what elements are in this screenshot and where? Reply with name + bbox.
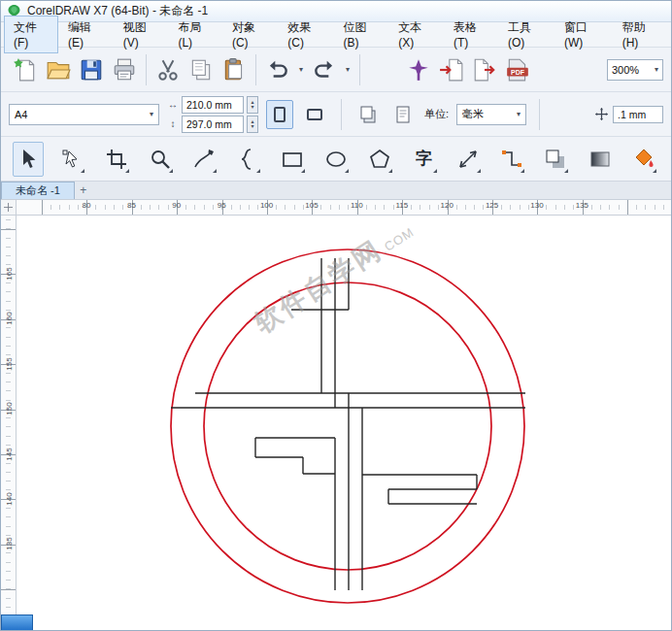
- ruler-row: 80859095100105110115120125130135: [1, 200, 671, 216]
- redo-icon: [312, 57, 337, 83]
- open-button[interactable]: [42, 52, 75, 87]
- menu-table[interactable]: 表格(T): [444, 16, 498, 53]
- h-ruler-number: 135: [576, 201, 588, 210]
- portrait-icon: [274, 107, 286, 122]
- toolbar-separator: [255, 54, 256, 85]
- ellipse-tool[interactable]: [320, 142, 352, 177]
- menu-object[interactable]: 对象(C): [222, 16, 278, 53]
- dimension-tool[interactable]: [453, 142, 484, 177]
- fill-tool-icon: [632, 148, 655, 171]
- units-label: 单位:: [424, 107, 449, 121]
- menu-view[interactable]: 视图(V): [114, 16, 169, 53]
- zoom-tool[interactable]: [145, 142, 176, 177]
- text-tool[interactable]: 字: [409, 142, 440, 177]
- import-button[interactable]: [435, 52, 468, 87]
- h-ruler-number: 80: [83, 201, 91, 210]
- paste-button[interactable]: [218, 52, 251, 87]
- h-ruler-number: 90: [172, 201, 181, 210]
- page-height-input[interactable]: 297.0 mm: [182, 116, 244, 133]
- publish-pdf-button[interactable]: PDF: [501, 52, 534, 87]
- portrait-button[interactable]: [266, 100, 293, 129]
- logo-circle[interactable]: [171, 249, 524, 603]
- all-pages-button[interactable]: [354, 100, 382, 129]
- paste-icon: [221, 57, 247, 83]
- nudge-distance-input[interactable]: .1 mm: [613, 106, 663, 123]
- nudge-offset-icon: [594, 107, 609, 121]
- redo-button[interactable]: [308, 52, 341, 87]
- nudge-control: .1 mm: [594, 106, 663, 123]
- crop-tool[interactable]: [101, 142, 132, 177]
- menu-bitmaps[interactable]: 位图(B): [334, 16, 389, 53]
- polygon-tool[interactable]: [364, 142, 395, 177]
- transparency-tool[interactable]: [585, 142, 616, 177]
- page-dimensions: ↔ 210.0 mm ▴ ▾ ↕ 297.0 mm ▴ ▾: [167, 96, 258, 133]
- document-tab[interactable]: 未命名 -1: [1, 182, 75, 199]
- paper-size-select[interactable]: A4 ▾: [9, 104, 159, 125]
- print-button[interactable]: [108, 52, 141, 87]
- vertical-ruler[interactable]: 165160155150145140135: [1, 216, 17, 614]
- freehand-tool[interactable]: [188, 142, 219, 177]
- h-ruler-number: 120: [441, 201, 454, 210]
- pick-tool[interactable]: [13, 142, 44, 177]
- propbar-separator: [539, 99, 540, 130]
- save-button[interactable]: [75, 52, 108, 87]
- h-ruler-number: 115: [395, 201, 408, 210]
- horizontal-ruler[interactable]: 80859095100105110115120125130135: [17, 200, 671, 216]
- rectangle-tool[interactable]: [277, 142, 308, 177]
- menu-window[interactable]: 窗口(W): [554, 16, 613, 53]
- welcome-screen-button[interactable]: [402, 52, 435, 87]
- toolbox: 字: [1, 137, 671, 182]
- page-height-spinner[interactable]: ▴ ▾: [247, 116, 258, 133]
- page-width-value: 210.0 mm: [186, 99, 232, 111]
- crop-tool-icon: [105, 148, 128, 171]
- open-folder-icon: [46, 57, 71, 83]
- cut-icon: [155, 57, 181, 83]
- logo-circle[interactable]: [204, 282, 491, 570]
- landscape-button[interactable]: [301, 100, 328, 129]
- units-value: 毫米: [462, 107, 484, 121]
- export-button[interactable]: [468, 52, 501, 87]
- smart-drawing-tool[interactable]: [232, 142, 263, 177]
- pick-tool-icon: [17, 148, 40, 171]
- drawing-canvas[interactable]: 软件自学网.COM: [17, 216, 671, 614]
- export-icon: [472, 57, 497, 83]
- landscape-icon: [307, 109, 322, 120]
- units-select[interactable]: 毫米 ▾: [456, 104, 526, 125]
- shape-tool-icon: [60, 148, 84, 171]
- menu-effects[interactable]: 效果(C): [278, 16, 333, 53]
- chevron-down-icon: ▾: [346, 66, 350, 74]
- current-page-button[interactable]: [389, 100, 417, 129]
- menu-tools[interactable]: 工具(O): [498, 16, 554, 53]
- all-pages-icon: [358, 105, 378, 124]
- page-width-input[interactable]: 210.0 mm: [182, 96, 244, 114]
- menu-file[interactable]: 文件(F): [4, 16, 58, 53]
- redo-dropdown[interactable]: ▾: [341, 52, 354, 87]
- smart-drawing-icon: [236, 148, 259, 171]
- menu-edit[interactable]: 编辑(E): [58, 16, 114, 53]
- new-tab-button[interactable]: +: [75, 182, 92, 199]
- connector-tool[interactable]: [496, 142, 527, 177]
- shape-tool[interactable]: [56, 142, 87, 177]
- propbar-separator: [341, 99, 342, 130]
- chevron-down-icon: ▾: [655, 66, 658, 74]
- menu-text[interactable]: 文本(X): [388, 16, 444, 53]
- zoom-tool-icon: [149, 148, 172, 171]
- interactive-fill-tool[interactable]: [628, 142, 659, 177]
- v-ruler-number: 165: [5, 267, 14, 280]
- new-document-button[interactable]: [9, 52, 42, 87]
- h-ruler-number: 105: [305, 201, 318, 210]
- h-ruler-number: 85: [127, 201, 136, 210]
- connector-tool-icon: [500, 148, 523, 171]
- page-height-value: 297.0 mm: [186, 118, 232, 130]
- zoom-level-select[interactable]: 300% ▾: [607, 59, 663, 81]
- drop-shadow-tool[interactable]: [540, 142, 571, 177]
- undo-button[interactable]: [261, 52, 294, 87]
- menu-help[interactable]: 帮助(H): [613, 16, 668, 53]
- undo-dropdown[interactable]: ▾: [294, 52, 308, 87]
- menu-layout[interactable]: 布局(L): [168, 16, 221, 53]
- cut-button[interactable]: [151, 52, 185, 87]
- horizontal-scrollbar-thumb[interactable]: [1, 614, 33, 631]
- ruler-origin-button[interactable]: [1, 200, 17, 216]
- page-width-spinner[interactable]: ▴ ▾: [247, 96, 258, 114]
- copy-button[interactable]: [185, 52, 218, 87]
